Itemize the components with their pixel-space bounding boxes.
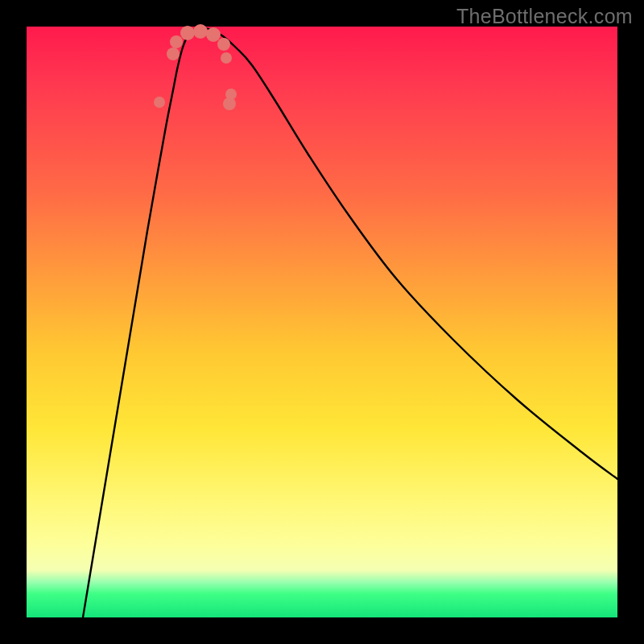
curve-marker: [180, 26, 195, 40]
bottleneck-curve: [83, 28, 617, 617]
watermark-text: TheBottleneck.com: [456, 5, 633, 28]
curve-marker: [167, 47, 180, 60]
chart-frame: TheBottleneck.com: [0, 0, 644, 644]
curve-marker: [221, 52, 232, 64]
curve-marker: [225, 89, 237, 100]
curve-marker: [206, 27, 221, 42]
curve-marker: [193, 24, 208, 39]
curve-marker: [170, 35, 183, 48]
curve-layer: [27, 27, 617, 617]
plot-area: [27, 27, 617, 617]
curve-marker: [154, 97, 165, 108]
curve-marker: [217, 38, 230, 51]
